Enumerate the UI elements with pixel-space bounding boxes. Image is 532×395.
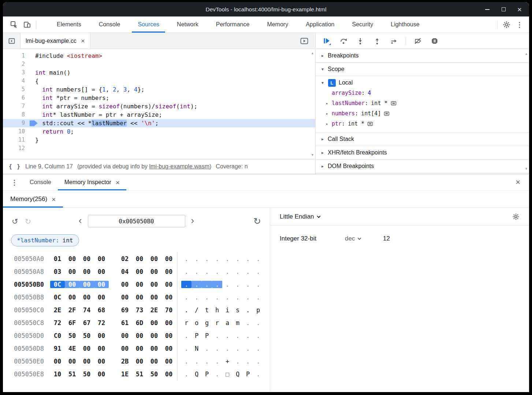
- memory-byte[interactable]: 61: [118, 319, 132, 327]
- history-back-icon[interactable]: ↺: [12, 217, 18, 225]
- tab-network[interactable]: Network: [168, 16, 207, 33]
- code-text[interactable]: [31, 144, 35, 153]
- memory-byte[interactable]: 68: [94, 306, 109, 314]
- ascii-char[interactable]: .: [243, 345, 253, 352]
- memory-byte[interactable]: 00: [132, 281, 147, 288]
- memory-byte[interactable]: 00: [65, 281, 79, 288]
- memory-byte[interactable]: 00: [161, 281, 176, 288]
- inspect-element-button[interactable]: [7, 18, 21, 31]
- ascii-char[interactable]: .: [222, 294, 232, 301]
- memory-byte[interactable]: 50: [65, 332, 79, 339]
- endianness-select[interactable]: Little Endian: [280, 213, 320, 220]
- tab-console[interactable]: Console: [90, 16, 129, 33]
- refresh-icon[interactable]: ↻: [253, 217, 261, 226]
- memory-byte[interactable]: 6F: [65, 319, 79, 327]
- ascii-char[interactable]: .: [232, 294, 243, 301]
- scroll-down-icon[interactable]: ▼: [525, 167, 528, 171]
- ascii-char[interactable]: .: [202, 294, 212, 301]
- memory-byte[interactable]: 00: [132, 255, 147, 262]
- ascii-char[interactable]: .: [181, 294, 191, 301]
- section-scope[interactable]: ▾ Scope: [316, 63, 529, 76]
- ascii-char[interactable]: .: [191, 294, 202, 301]
- ascii-char[interactable]: Q: [232, 370, 243, 378]
- line-number[interactable]: 1: [3, 52, 31, 60]
- memory-byte[interactable]: 00: [79, 268, 94, 275]
- close-icon[interactable]: ×: [52, 196, 56, 203]
- ascii-char[interactable]: .: [253, 345, 263, 352]
- ascii-char[interactable]: .: [222, 345, 232, 352]
- memory-byte[interactable]: 91: [50, 345, 65, 352]
- section-call-stack[interactable]: ▸ Call Stack: [316, 133, 529, 146]
- memory-byte[interactable]: 00: [65, 268, 79, 275]
- titlebar[interactable]: DevTools - localhost:4000/lmi-bug-exampl…: [3, 2, 529, 16]
- ascii-char[interactable]: s: [232, 306, 243, 314]
- tab-memory[interactable]: Memory: [258, 16, 297, 33]
- more-options-icon[interactable]: ⋮: [513, 18, 526, 31]
- memory-byte[interactable]: 00: [132, 294, 147, 301]
- address-input[interactable]: [88, 215, 185, 227]
- memory-byte[interactable]: 04: [118, 268, 132, 275]
- memory-byte[interactable]: 00: [147, 345, 161, 352]
- minimize-button[interactable]: [484, 7, 490, 12]
- memory-byte[interactable]: 2E: [50, 306, 65, 314]
- memory-byte[interactable]: 74: [79, 306, 94, 314]
- scroll-up-icon[interactable]: ▲: [312, 51, 313, 55]
- line-number[interactable]: 5: [3, 85, 31, 94]
- memory-byte[interactable]: 00: [79, 255, 94, 262]
- ascii-char[interactable]: .: [222, 268, 232, 275]
- memory-byte[interactable]: 67: [79, 319, 94, 327]
- ascii-char[interactable]: .: [253, 281, 263, 288]
- memory-byte[interactable]: 00: [161, 345, 176, 352]
- memory-byte[interactable]: 00: [94, 370, 109, 378]
- scope-variable-numbers[interactable]: ▸numbers:int[4]: [316, 108, 529, 119]
- memory-byte[interactable]: 50: [147, 370, 161, 378]
- memory-byte[interactable]: C0: [50, 332, 65, 339]
- ascii-char[interactable]: .: [191, 268, 202, 275]
- memory-byte[interactable]: 00: [147, 319, 161, 327]
- scope-variable-ptr[interactable]: ▸ptr:int *: [316, 119, 529, 129]
- ascii-char[interactable]: o: [191, 319, 202, 327]
- ascii-char[interactable]: .: [212, 358, 222, 365]
- memory-byte[interactable]: 00: [79, 294, 94, 301]
- step-into-button[interactable]: [353, 34, 368, 48]
- code-text[interactable]: int arraySize = sizeof(numbers)/sizeof(i…: [31, 102, 197, 111]
- memory-byte[interactable]: 00: [94, 332, 109, 339]
- interpreter-settings-icon[interactable]: [512, 213, 520, 220]
- ascii-char[interactable]: .: [181, 345, 191, 352]
- settings-gear-icon[interactable]: [500, 18, 513, 31]
- memory-byte[interactable]: 00: [79, 358, 94, 365]
- scroll-up-icon[interactable]: ▲: [525, 52, 528, 56]
- memory-byte[interactable]: 51: [132, 370, 147, 378]
- ascii-char[interactable]: .: [181, 268, 191, 275]
- tab-memory-inspector[interactable]: Memory Inspector ×: [58, 174, 126, 190]
- memory-byte[interactable]: 00: [147, 332, 161, 339]
- wasm-file-link[interactable]: lmi-bug-example.wasm: [149, 163, 210, 169]
- drawer-menu-icon[interactable]: ⋮: [3, 178, 23, 187]
- line-number[interactable]: 10: [3, 127, 31, 136]
- ascii-char[interactable]: .: [202, 281, 212, 288]
- ascii-char[interactable]: .: [212, 370, 222, 378]
- memory-byte[interactable]: 50: [79, 332, 94, 339]
- ascii-char[interactable]: +: [222, 358, 232, 365]
- ascii-char[interactable]: .: [191, 281, 202, 288]
- ascii-char[interactable]: .: [212, 255, 222, 262]
- ascii-char[interactable]: .: [212, 345, 222, 352]
- ascii-char[interactable]: .: [253, 255, 263, 262]
- ascii-char[interactable]: /: [191, 306, 202, 314]
- toggle-debugger-sidebar-icon[interactable]: [298, 34, 311, 48]
- memory-byte[interactable]: 00: [79, 345, 94, 352]
- ascii-char[interactable]: □: [222, 370, 232, 378]
- ascii-char[interactable]: .: [232, 255, 243, 262]
- memory-byte[interactable]: 1E: [118, 370, 132, 378]
- memory-byte[interactable]: 69: [118, 306, 132, 314]
- memory-byte[interactable]: 10: [50, 370, 65, 378]
- file-tab[interactable]: lmi-bug-example.cc ×: [21, 33, 90, 49]
- tab-security[interactable]: Security: [343, 16, 382, 33]
- memory-byte[interactable]: 00: [65, 255, 79, 262]
- ascii-char[interactable]: .: [181, 306, 191, 314]
- maximize-button[interactable]: [501, 7, 506, 12]
- ascii-char[interactable]: .: [181, 255, 191, 262]
- memory-byte[interactable]: 73: [132, 306, 147, 314]
- line-number[interactable]: 11: [3, 136, 31, 144]
- ascii-char[interactable]: .: [232, 332, 243, 339]
